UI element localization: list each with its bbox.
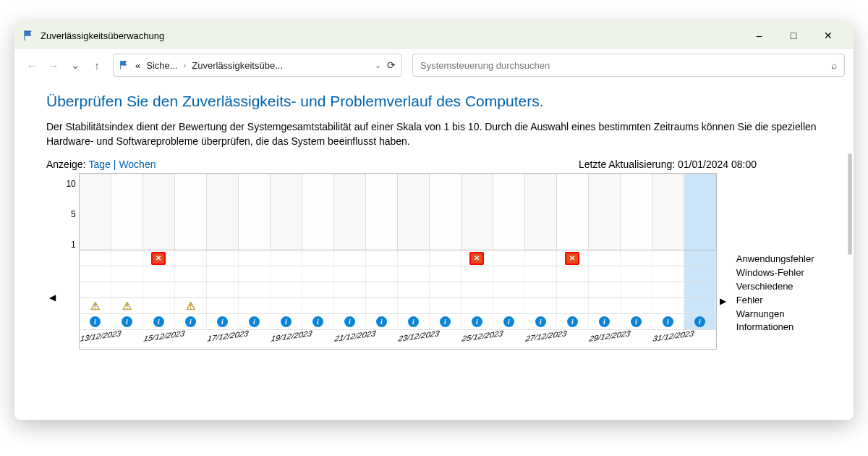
chart-column[interactable] <box>461 174 493 250</box>
x-tick: 19/12/2023 <box>268 330 314 349</box>
chart-column[interactable] <box>398 174 430 250</box>
last-updated: Letzte Aktualisierung: 01/01/2024 08:00 <box>579 159 757 170</box>
x-tick: 31/12/2023 <box>650 330 696 349</box>
chart-column[interactable] <box>239 174 271 250</box>
toolbar: ← → ⌄ ↑ « Siche... › Zuverlässigkeitsübe… <box>14 49 854 81</box>
info-icon: i <box>376 316 387 327</box>
chart-column[interactable] <box>271 174 302 250</box>
row-app-errors: ✕✕✕ <box>80 250 716 266</box>
recent-dropdown[interactable]: ⌄ <box>67 59 84 72</box>
info-icon: i <box>122 316 132 327</box>
search-icon[interactable]: ⌕ <box>831 59 837 71</box>
y-tick-10: 10 <box>59 179 76 189</box>
chart-column[interactable] <box>557 174 589 250</box>
chart-column[interactable] <box>143 174 175 250</box>
info-icon: i <box>249 316 260 327</box>
breadcrumb-back: « <box>135 60 140 71</box>
info-icon: i <box>535 316 546 327</box>
x-tick: 29/12/2023 <box>586 330 632 349</box>
info-icon: i <box>694 316 705 327</box>
chart-column[interactable] <box>621 174 652 250</box>
info-icon: i <box>599 316 610 327</box>
view-days-link[interactable]: Tage <box>88 159 110 170</box>
page-heading: Überprüfen Sie den Zuverlässigkeits- und… <box>46 93 822 110</box>
legend-info: Informationen <box>736 321 822 334</box>
info-icon: i <box>408 316 419 327</box>
legend: Anwendungsfehler Windows-Fehler Verschie… <box>736 253 822 334</box>
x-tick: 23/12/2023 <box>395 330 441 349</box>
row-misc-errors <box>80 282 716 298</box>
row-windows-errors <box>80 266 716 282</box>
flag-icon <box>119 60 129 70</box>
chart-column[interactable] <box>366 174 398 250</box>
chart-column[interactable] <box>302 174 334 250</box>
chart-column[interactable] <box>111 174 143 250</box>
info-icon: i <box>344 316 355 327</box>
warning-icon: ⚠ <box>122 300 132 313</box>
view-label: Anzeige: <box>46 159 85 170</box>
info-icon: i <box>153 316 164 327</box>
legend-warnings: Warnungen <box>736 308 822 321</box>
back-button[interactable]: ← <box>23 59 41 72</box>
info-icon: i <box>440 316 451 327</box>
legend-misc-errors: Verschiedene Fehler <box>736 280 822 308</box>
breadcrumb-seg2[interactable]: Zuverlässigkeitsübe... <box>192 60 283 71</box>
error-icon: ✕ <box>469 252 484 265</box>
refresh-button[interactable]: ⟳ <box>387 59 396 71</box>
x-tick: 27/12/2023 <box>522 330 569 349</box>
scroll-right-button[interactable]: ▶ <box>717 296 729 306</box>
info-icon: i <box>567 316 578 327</box>
chart-column[interactable] <box>207 174 239 250</box>
x-tick: 17/12/2023 <box>204 330 250 349</box>
chart-column[interactable] <box>525 174 557 250</box>
row-info: iiiiiiiiiiiiiiiiiiii <box>80 314 716 330</box>
chart-column[interactable] <box>684 174 716 250</box>
view-sep: | <box>114 159 116 170</box>
scrollbar[interactable] <box>848 153 852 255</box>
search-input[interactable] <box>420 60 831 71</box>
chart-column[interactable] <box>589 174 621 250</box>
x-tick <box>689 330 719 349</box>
search-bar[interactable]: ⌕ <box>412 54 845 77</box>
row-warnings: ⚠⚠⚠ <box>80 298 716 314</box>
info-icon: i <box>281 316 292 327</box>
chart-column[interactable] <box>493 174 525 250</box>
y-axis: 10 5 1 <box>59 179 79 250</box>
warning-icon: ⚠ <box>90 300 100 313</box>
breadcrumb-seg1[interactable]: Siche... <box>146 60 177 71</box>
x-tick: 15/12/2023 <box>140 330 187 349</box>
flag-icon <box>23 30 35 41</box>
info-icon: i <box>472 316 482 327</box>
up-button[interactable]: ↑ <box>88 59 106 72</box>
chart-column[interactable] <box>175 174 207 250</box>
address-bar[interactable]: « Siche... › Zuverlässigkeitsübe... ⌄ ⟳ <box>113 54 402 77</box>
y-tick-1: 1 <box>59 240 76 250</box>
info-icon: i <box>631 316 642 327</box>
minimize-button[interactable]: ‒ <box>748 30 770 41</box>
forward-button[interactable]: → <box>45 59 62 72</box>
chart-column[interactable] <box>652 174 684 250</box>
info-icon: i <box>185 316 196 327</box>
chart-column[interactable] <box>80 174 111 250</box>
x-tick: 21/12/2023 <box>331 330 378 349</box>
titlebar: Zuverlässigkeitsüberwachung ‒ □ ✕ <box>14 22 854 49</box>
close-button[interactable]: ✕ <box>817 30 839 41</box>
info-icon: i <box>217 316 228 327</box>
reliability-chart[interactable]: ✕✕✕ ⚠⚠⚠ iiiiiiiiiiiiiiiiiiii 13/12/20231… <box>79 173 717 350</box>
chevron-down-icon[interactable]: ⌄ <box>375 61 381 70</box>
window-title: Zuverlässigkeitsüberwachung <box>41 30 164 41</box>
x-tick: 25/12/2023 <box>459 330 505 349</box>
scroll-left-button[interactable]: ◀ <box>46 292 59 303</box>
page-description: Der Stabilitätsindex dient der Bewertung… <box>46 120 822 148</box>
warning-icon: ⚠ <box>186 300 195 313</box>
x-axis: 13/12/202315/12/202317/12/202319/12/2023… <box>80 330 716 349</box>
legend-app-errors: Anwendungsfehler <box>736 253 822 266</box>
chart-column[interactable] <box>334 174 366 250</box>
maximize-button[interactable]: □ <box>783 30 804 41</box>
view-weeks-link[interactable]: Wochen <box>119 159 156 170</box>
info-icon: i <box>312 316 323 327</box>
y-tick-5: 5 <box>59 209 76 219</box>
chart-column[interactable] <box>430 174 461 250</box>
legend-windows-errors: Windows-Fehler <box>736 266 822 280</box>
info-icon: i <box>503 316 514 327</box>
